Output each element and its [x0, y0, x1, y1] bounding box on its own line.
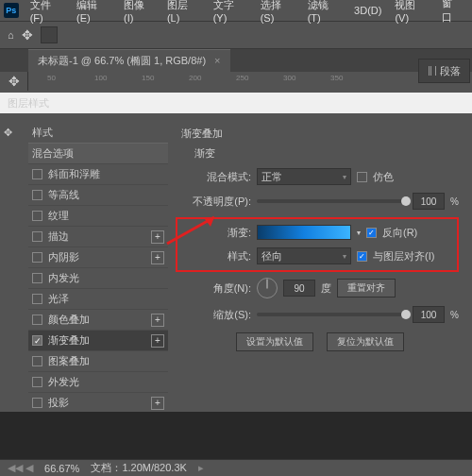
defaults-row: 设置为默认值 复位为默认值	[181, 332, 459, 351]
checkbox[interactable]	[32, 356, 42, 366]
add-icon[interactable]: +	[151, 314, 164, 327]
app-logo: Ps	[4, 3, 19, 18]
menu-file[interactable]: 文件(F)	[25, 0, 69, 26]
checkbox[interactable]	[32, 190, 42, 200]
ruler-area: ✥ 50 100 150 200 250 300 350	[0, 72, 472, 91]
style-row-innerglow[interactable]: 内发光	[28, 268, 168, 289]
checkbox[interactable]	[32, 211, 42, 221]
style-row-innershadow[interactable]: 内阴影+	[28, 247, 168, 268]
angle-dial[interactable]	[257, 278, 278, 298]
status-bar: ◀◀ ◀ 66.67% 文档：1.20M/820.3K ▸	[0, 459, 472, 476]
menu-select[interactable]: 选择(S)	[255, 0, 300, 26]
add-icon[interactable]: +	[151, 397, 164, 410]
zoom-level[interactable]: 66.67%	[44, 463, 79, 474]
angle-row: 角度(N): 90 度 重置对齐	[181, 278, 459, 298]
gradient-style-select[interactable]: 径向▾	[257, 247, 351, 264]
close-tab-icon[interactable]: ×	[214, 55, 220, 66]
checkbox[interactable]	[32, 169, 42, 179]
paragraph-panel-tab[interactable]: 段落	[418, 59, 470, 83]
section-title: 渐变叠加	[181, 127, 459, 141]
canvas-area	[0, 412, 472, 459]
document-tabs: 未标题-1 @ 66.7% (椭圆 1, RGB/8#) ×	[0, 49, 472, 72]
options-bar: ⌂ ✥	[0, 21, 472, 49]
reset-default-button[interactable]: 复位为默认值	[327, 332, 404, 351]
menu-layer[interactable]: 图层(L)	[161, 0, 206, 26]
menu-view[interactable]: 视图(V)	[389, 0, 434, 26]
scale-slider[interactable]	[257, 313, 407, 316]
chevron-down-icon[interactable]: ▾	[357, 229, 361, 237]
document-tab[interactable]: 未标题-1 @ 66.7% (椭圆 1, RGB/8#) ×	[28, 49, 230, 72]
move-icon: ✥	[8, 74, 20, 89]
menu-edit[interactable]: 编辑(E)	[71, 0, 116, 26]
chevron-down-icon: ▾	[343, 252, 346, 261]
dialog-titlebar: 图层样式	[0, 93, 472, 113]
ruler-corner: ✥	[0, 72, 28, 91]
style-row: 样式: 径向▾ ✓ 与图层对齐(I)	[181, 247, 453, 264]
menu-3d[interactable]: 3D(D)	[348, 3, 387, 18]
checkbox[interactable]	[32, 273, 42, 283]
chevron-right-icon[interactable]: ▸	[198, 462, 204, 474]
menubar: Ps 文件(F) 编辑(E) 图像(I) 图层(L) 文字(Y) 选择(S) 滤…	[0, 0, 472, 21]
layer-style-dialog: ✥ 样式 混合选项 斜面和浮雕 等高线 纹理 描边+ 内阴影+ 内发光 光泽 颜…	[0, 113, 472, 406]
add-icon[interactable]: +	[151, 334, 164, 348]
checkbox[interactable]	[32, 314, 42, 325]
blending-options-row[interactable]: 混合选项	[28, 144, 168, 164]
style-row-satin[interactable]: 光泽	[28, 289, 168, 310]
checkbox[interactable]: ✓	[32, 335, 42, 346]
tab-title: 未标题-1 @ 66.7% (椭圆 1, RGB/8#)	[38, 55, 206, 66]
align-checkbox[interactable]: ✓	[357, 251, 367, 262]
style-row-gradientoverlay[interactable]: ✓渐变叠加+	[28, 331, 168, 351]
checkbox[interactable]	[32, 252, 42, 263]
scale-row: 缩放(S): 100 %	[181, 306, 459, 323]
styles-header[interactable]: 样式	[28, 123, 168, 144]
reverse-checkbox[interactable]: ✓	[366, 228, 377, 238]
opacity-row: 不透明度(P): 100 %	[181, 193, 459, 210]
checkbox[interactable]	[32, 377, 42, 387]
set-default-button[interactable]: 设置为默认值	[236, 332, 313, 351]
menu-filter[interactable]: 滤镜(T)	[302, 0, 346, 26]
chevron-down-icon: ▾	[343, 173, 346, 181]
angle-input[interactable]: 90	[283, 280, 315, 297]
style-row-coloroverlay[interactable]: 颜色叠加+	[28, 310, 168, 331]
style-row-texture[interactable]: 纹理	[28, 206, 168, 227]
annotation-highlight: 渐变: ▾ ✓ 反向(R) 样式: 径向▾ ✓ 与图层对齐(I)	[176, 217, 459, 272]
tool-preset-dropdown[interactable]	[41, 26, 58, 43]
vertical-toolbar: ✥	[4, 123, 21, 397]
gradient-preview[interactable]	[257, 225, 351, 240]
blend-mode-select[interactable]: 正常▾	[257, 168, 351, 185]
gradient-row: 渐变: ▾ ✓ 反向(R)	[181, 225, 453, 240]
blend-mode-row: 混合模式: 正常▾ 仿色	[181, 168, 459, 185]
nav-arrows[interactable]: ◀◀ ◀	[8, 462, 33, 474]
style-row-dropshadow[interactable]: 投影+	[28, 393, 168, 414]
dither-checkbox[interactable]	[357, 172, 367, 182]
checkbox[interactable]	[32, 294, 42, 304]
styles-panel: 样式 混合选项 斜面和浮雕 等高线 纹理 描边+ 内阴影+ 内发光 光泽 颜色叠…	[28, 123, 168, 397]
gradient-overlay-settings: 渐变叠加 渐变 混合模式: 正常▾ 仿色 不透明度(P): 100 % 渐变: …	[176, 123, 464, 397]
dialog-title-text: 图层样式	[8, 96, 49, 110]
add-icon[interactable]: +	[151, 251, 164, 264]
add-icon[interactable]: +	[151, 230, 164, 244]
checkbox[interactable]	[32, 231, 42, 242]
style-row-outerglow[interactable]: 外发光	[28, 372, 168, 393]
menu-image[interactable]: 图像(I)	[118, 0, 160, 26]
opacity-input[interactable]: 100	[413, 193, 445, 210]
style-row-patternoverlay[interactable]: 图案叠加	[28, 351, 168, 372]
reset-align-button[interactable]: 重置对齐	[337, 279, 396, 298]
doc-info[interactable]: 文档：1.20M/820.3K	[91, 461, 187, 475]
style-row-stroke[interactable]: 描边+	[28, 227, 168, 247]
scale-input[interactable]: 100	[413, 306, 445, 323]
menu-type[interactable]: 文字(Y)	[208, 0, 253, 26]
style-row-contour[interactable]: 等高线	[28, 185, 168, 206]
sub-title: 渐变	[194, 146, 459, 161]
move-tool-icon[interactable]: ✥	[4, 127, 21, 139]
paragraph-icon	[429, 66, 436, 76]
opacity-slider[interactable]	[257, 199, 407, 203]
style-row-bevel[interactable]: 斜面和浮雕	[28, 164, 168, 185]
menu-window[interactable]: 窗口	[436, 0, 468, 26]
checkbox[interactable]	[32, 398, 42, 408]
home-icon[interactable]: ⌂	[8, 29, 14, 41]
move-tool-icon[interactable]: ✥	[22, 27, 33, 42]
horizontal-ruler: 50 100 150 200 250 300 350	[28, 72, 472, 91]
styles-list: 混合选项 斜面和浮雕 等高线 纹理 描边+ 内阴影+ 内发光 光泽 颜色叠加+ …	[28, 144, 168, 414]
